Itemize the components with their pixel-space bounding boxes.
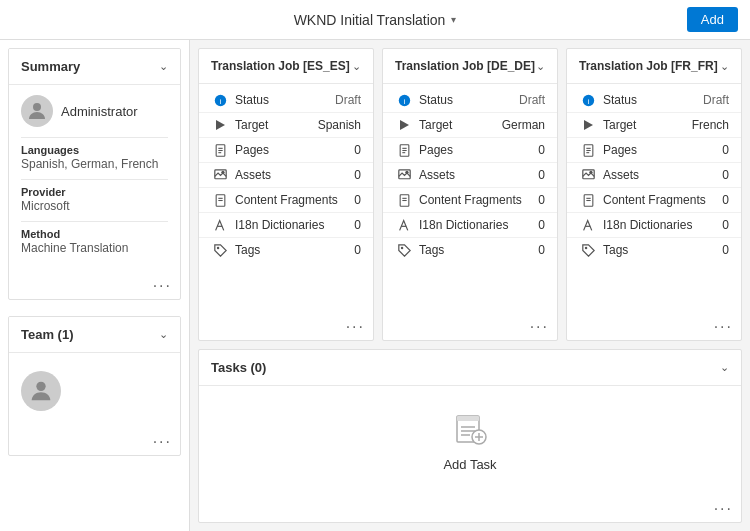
job-more-button-1[interactable]: ··· (383, 314, 557, 340)
team-chevron-icon[interactable]: ⌄ (159, 328, 168, 341)
job-row-value-2-5: 0 (722, 218, 729, 232)
summary-title: Summary (21, 59, 80, 74)
admin-row: Administrator (21, 95, 168, 127)
job-row-0-5: I18n Dictionaries0 (199, 213, 373, 238)
team-card-body (9, 353, 180, 429)
job-title-2: Translation Job [FR_FR] (579, 59, 718, 73)
assets-icon (579, 169, 597, 182)
job-row-value-1-6: 0 (538, 243, 545, 257)
i18n-icon (579, 219, 597, 232)
tasks-row: Tasks (0) ⌄ (198, 349, 742, 523)
job-row-0-6: Tags0 (199, 238, 373, 262)
method-value: Machine Translation (21, 241, 128, 255)
team-member-avatar (21, 371, 61, 411)
svg-marker-4 (216, 120, 225, 130)
play-icon (211, 119, 229, 131)
job-row-value-0-2: 0 (354, 143, 361, 157)
svg-rect-45 (457, 416, 479, 421)
job-row-value-2-0: Draft (703, 93, 729, 107)
job-card-1: Translation Job [DE_DE]⌄iStatusDraftTarg… (382, 48, 558, 341)
job-title-0: Translation Job [ES_ES] (211, 59, 350, 73)
languages-value: Spanish, German, French (21, 157, 158, 171)
add-task-label[interactable]: Add Task (443, 457, 496, 472)
svg-point-10 (221, 170, 224, 173)
job-row-label-0-3: Assets (235, 168, 354, 182)
tasks-chevron-icon[interactable]: ⌄ (720, 361, 729, 374)
job-row-1-3: Assets0 (383, 163, 557, 188)
job-row-label-1-4: Content Fragments (419, 193, 538, 207)
job-more-button-2[interactable]: ··· (567, 314, 741, 340)
tag-icon (211, 244, 229, 257)
top-bar-title: WKND Initial Translation ▾ (294, 12, 457, 28)
tasks-card-header: Tasks (0) ⌄ (199, 350, 741, 386)
job-row-label-0-5: I18n Dictionaries (235, 218, 354, 232)
job-row-2-6: Tags0 (567, 238, 741, 262)
title-chevron-icon[interactable]: ▾ (451, 14, 456, 25)
job-row-1-1: TargetGerman (383, 113, 557, 138)
svg-text:i: i (403, 96, 405, 105)
svg-marker-18 (400, 120, 409, 130)
job-row-0-1: TargetSpanish (199, 113, 373, 138)
job-chevron-icon-2[interactable]: ⌄ (720, 60, 729, 73)
job-more-button-0[interactable]: ··· (199, 314, 373, 340)
assets-icon (395, 169, 413, 182)
job-row-2-2: Pages0 (567, 138, 741, 163)
job-row-value-0-4: 0 (354, 193, 361, 207)
job-rows-1: iStatusDraftTargetGermanPages0Assets0Con… (383, 84, 557, 314)
divider (21, 137, 168, 138)
job-row-value-1-1: German (502, 118, 545, 132)
method-label: Method (21, 228, 168, 240)
provider-block: Provider Microsoft (21, 186, 168, 213)
languages-block: Languages Spanish, German, French (21, 144, 168, 171)
summary-more-button[interactable]: ··· (9, 273, 180, 299)
admin-name: Administrator (61, 104, 138, 119)
team-more-button[interactable]: ··· (9, 429, 180, 455)
avatar-icon (25, 99, 49, 123)
svg-text:i: i (587, 96, 589, 105)
info-icon: i (395, 94, 413, 107)
job-card-0: Translation Job [ES_ES]⌄iStatusDraftTarg… (198, 48, 374, 341)
job-row-value-0-3: 0 (354, 168, 361, 182)
cf-icon (211, 194, 229, 207)
job-card-2: Translation Job [FR_FR]⌄iStatusDraftTarg… (566, 48, 742, 341)
play-icon (395, 119, 413, 131)
job-row-value-2-3: 0 (722, 168, 729, 182)
job-row-label-2-5: I18n Dictionaries (603, 218, 722, 232)
divider2 (21, 179, 168, 180)
tasks-card: Tasks (0) ⌄ (198, 349, 742, 523)
job-rows-0: iStatusDraftTargetSpanishPages0Assets0Co… (199, 84, 373, 314)
summary-card-header: Summary ⌄ (9, 49, 180, 85)
job-row-0-0: iStatusDraft (199, 88, 373, 113)
job-row-0-2: Pages0 (199, 138, 373, 163)
job-chevron-icon-1[interactable]: ⌄ (536, 60, 545, 73)
job-row-value-0-0: Draft (335, 93, 361, 107)
add-button[interactable]: Add (687, 7, 738, 32)
job-row-value-2-6: 0 (722, 243, 729, 257)
team-title: Team (1) (21, 327, 74, 342)
job-row-0-3: Assets0 (199, 163, 373, 188)
job-row-label-1-3: Assets (419, 168, 538, 182)
job-row-value-2-2: 0 (722, 143, 729, 157)
job-row-1-2: Pages0 (383, 138, 557, 163)
job-card-header-0: Translation Job [ES_ES]⌄ (199, 49, 373, 84)
job-row-value-1-5: 0 (538, 218, 545, 232)
job-card-header-2: Translation Job [FR_FR]⌄ (567, 49, 741, 84)
tasks-title: Tasks (0) (211, 360, 266, 375)
tasks-more-button[interactable]: ··· (199, 496, 741, 522)
i18n-icon (395, 219, 413, 232)
cf-icon (579, 194, 597, 207)
svg-point-38 (589, 170, 592, 173)
pages-icon (579, 144, 597, 157)
job-row-label-2-4: Content Fragments (603, 193, 722, 207)
job-row-label-1-1: Target (419, 118, 502, 132)
summary-chevron-icon[interactable]: ⌄ (159, 60, 168, 73)
job-chevron-icon-0[interactable]: ⌄ (352, 60, 361, 73)
top-bar: WKND Initial Translation ▾ Add (0, 0, 750, 40)
job-row-value-1-3: 0 (538, 168, 545, 182)
job-row-label-0-4: Content Fragments (235, 193, 354, 207)
add-task-icon (452, 410, 488, 449)
job-row-label-2-6: Tags (603, 243, 722, 257)
job-row-label-2-2: Pages (603, 143, 722, 157)
job-row-label-1-5: I18n Dictionaries (419, 218, 538, 232)
job-row-value-2-1: French (692, 118, 729, 132)
